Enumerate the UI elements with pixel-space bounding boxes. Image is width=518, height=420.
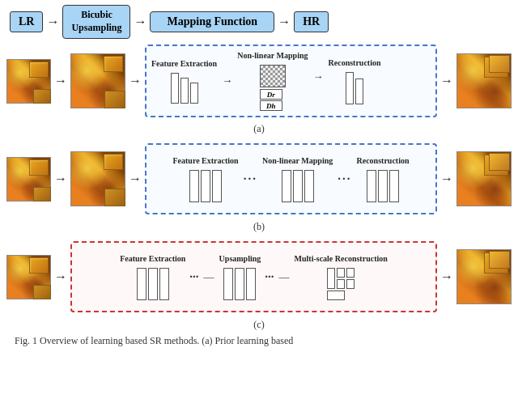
arrow-c1: →: [54, 269, 67, 284]
hr-image-c: [456, 249, 512, 304]
dict-dr: Dr: [260, 89, 282, 100]
dots-b1: ···: [244, 172, 257, 186]
feature-extraction-a: Feature Extraction: [151, 59, 217, 104]
arrow-lr-bicubic: →: [46, 15, 59, 29]
feature-extraction-b: Feature Extraction: [172, 156, 238, 202]
upsampling-c: Upsampling: [219, 254, 261, 300]
top-header-row: LR → Bicubic Upsampling → Mapping Functi…: [6, 5, 512, 39]
hr-box: HR: [294, 11, 329, 32]
dots-b2: ···: [338, 172, 351, 186]
dots-c1: ···: [189, 270, 198, 284]
feature-label-b: Feature Extraction: [172, 156, 238, 166]
subfig-c: (c): [6, 319, 512, 331]
feature-label-c: Feature Extraction: [120, 254, 185, 264]
feature-label-a: Feature Extraction: [151, 59, 217, 69]
figure-caption: Fig. 1 Overview of learning based SR met…: [15, 334, 518, 348]
row-a: → → Feature Extraction → Non-linear Mapp…: [6, 40, 512, 121]
subfig-a: (a): [6, 123, 512, 135]
arrow-bicubic-mapping: →: [134, 15, 146, 29]
recon-label-c: Multi-scale Reconstruction: [295, 254, 388, 264]
bicubic-label2: Upsampling: [71, 22, 121, 35]
dots-c2: ···: [265, 270, 274, 284]
lr-image-a: [6, 59, 51, 104]
nonlinear-label-b: Non-linear Mapping: [262, 156, 333, 166]
feature-extraction-c: Feature Extraction: [120, 254, 185, 300]
arrow-dict-recon: →: [313, 70, 324, 91]
dashed-box-a: Feature Extraction → Non-linear Mapping …: [145, 45, 437, 117]
dash-c1: —: [204, 270, 214, 283]
upsampled-image-b: [70, 151, 125, 206]
dashed-box-b: Feature Extraction ··· Non-linear Mappin…: [145, 143, 437, 214]
hr-image-b: [456, 151, 512, 206]
arrow-b2: →: [129, 172, 142, 186]
nonlinear-mapping-b: Non-linear Mapping: [262, 156, 333, 202]
bicubic-label: Bicubic: [71, 9, 121, 22]
upsampling-label-c: Upsampling: [219, 254, 261, 264]
reconstruction-b: Reconstruction: [357, 156, 410, 202]
mapping-box: Mapping Function: [150, 11, 274, 32]
checkerboard-a: [260, 65, 286, 87]
arrow-mapping-hr: →: [278, 15, 291, 29]
lr-image-c: [6, 255, 51, 299]
arrow-a1: →: [54, 74, 67, 88]
arrow-feat-nonlinear-a: →: [222, 74, 232, 87]
reconstruction-label-b: Reconstruction: [357, 156, 410, 166]
upsampled-image-a: [70, 53, 125, 108]
dashed-box-c: Feature Extraction ··· — Upsampling ···: [70, 241, 437, 312]
dash-c2: —: [279, 270, 290, 283]
arrow-b1: →: [54, 172, 67, 186]
arrow-a2: →: [129, 74, 142, 88]
row-b: → → Feature Extraction ··· Non-linear Ma…: [6, 138, 512, 219]
reconstruction-label-a: Reconstruction: [329, 58, 381, 68]
nonlinear-label-a: Non-linear Mapping: [237, 51, 308, 61]
subfig-b: (b): [6, 221, 512, 233]
bicubic-box: Bicubic Upsampling: [62, 5, 130, 38]
hr-image-a: [456, 53, 512, 108]
caption-text: Fig. 1 Overview of learning based SR met…: [15, 335, 293, 346]
reconstruction-a: Reconstruction: [329, 58, 381, 104]
lr-image-b: [6, 157, 51, 202]
multiscale-recon-c: Multi-scale Reconstruction: [295, 254, 388, 300]
dict-boxes-a: Dr Dh: [260, 89, 286, 111]
lr-box: LR: [10, 11, 43, 32]
arrow-b3: →: [440, 172, 453, 186]
nonlinear-mapping-a: Non-linear Mapping Dr Dh: [237, 51, 308, 111]
arrow-a3: →: [440, 74, 453, 88]
dict-dh: Dh: [260, 100, 282, 111]
row-c: → Feature Extraction ··· — Upsampling: [6, 236, 512, 317]
arrow-c2: →: [440, 269, 453, 284]
